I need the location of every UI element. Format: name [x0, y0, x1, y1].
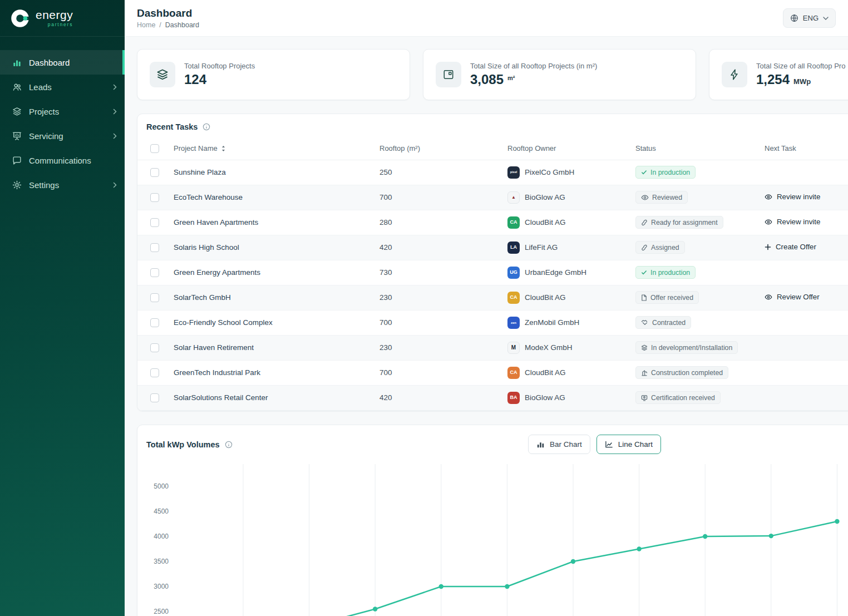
table-row: Green Energy Apartments730UGUrbanEdge Gm… — [137, 260, 848, 285]
rooftop-size: 230 — [371, 285, 499, 310]
language-selector[interactable]: ENG — [783, 8, 836, 28]
select-all-checkbox[interactable] — [150, 144, 159, 153]
owner-name: BioGlow AG — [525, 393, 565, 402]
owner-avatar: UG — [507, 267, 520, 279]
column-next-task: Next Task — [756, 137, 848, 160]
project-name: EcoTech Warehouse — [165, 185, 371, 210]
sort-icon — [221, 145, 226, 152]
owner-avatar: CA — [507, 367, 520, 379]
row-checkbox[interactable] — [150, 293, 159, 302]
dashboard-icon — [12, 58, 22, 67]
rooftop-size: 700 — [371, 185, 499, 210]
column-project-name[interactable]: Project Name — [165, 137, 371, 160]
layers-icon — [150, 62, 175, 87]
next-task-action[interactable]: Review invite — [765, 193, 820, 201]
doc-icon — [641, 294, 647, 301]
owner-name: BioGlow AG — [525, 193, 565, 201]
breadcrumb-current: Dashboard — [165, 21, 199, 29]
row-checkbox[interactable] — [150, 368, 159, 377]
rooftop-size: 280 — [371, 210, 499, 235]
bolt-icon — [722, 62, 747, 87]
svg-text:3500: 3500 — [154, 558, 169, 565]
owner-avatar: M — [507, 342, 520, 354]
next-task-action[interactable]: Review invite — [765, 218, 820, 226]
info-icon[interactable] — [225, 441, 233, 449]
status-badge: In production — [635, 166, 696, 179]
eye-icon — [641, 194, 649, 201]
chevron-down-icon — [823, 17, 829, 20]
svg-text:4500: 4500 — [154, 507, 169, 515]
owner-avatar: CA — [507, 292, 520, 304]
line-chart-button[interactable]: Line Chart — [596, 435, 661, 454]
project-name: Eco-Friendly School Complex — [165, 310, 371, 335]
sidebar-item-label: Dashboard — [29, 58, 70, 67]
sidebar-item-label: Servicing — [29, 131, 63, 141]
handshake-icon — [641, 319, 649, 326]
next-task-action[interactable]: Review Offer — [765, 293, 820, 301]
rooftop-owner: zenZenMobil GmbH — [507, 317, 627, 329]
sidebar-item-label: Leads — [29, 82, 52, 92]
sidebar-item-projects[interactable]: Projects — [0, 99, 125, 124]
project-name: SolarSolutions Retail Center — [165, 385, 371, 410]
row-checkbox[interactable] — [150, 318, 159, 327]
brand-logo[interactable]: energy partners — [0, 0, 125, 37]
breadcrumb-home[interactable]: Home — [137, 21, 155, 29]
table-row: Sunshine Plaza250pixelPixelCo GmbHIn pro… — [137, 160, 848, 185]
sidebar-item-communications[interactable]: Communications — [0, 148, 125, 173]
next-task-action[interactable]: Create Offer — [765, 243, 816, 251]
table-row: Eco-Friendly School Complex700zenZenMobi… — [137, 310, 848, 335]
chevron-right-icon — [113, 109, 117, 115]
frame-icon — [436, 62, 461, 87]
row-checkbox[interactable] — [150, 268, 159, 277]
sidebar-item-settings[interactable]: Settings — [0, 173, 125, 197]
rooftop-size: 700 — [371, 360, 499, 385]
rooftop-size: 730 — [371, 260, 499, 285]
row-checkbox[interactable] — [150, 168, 159, 177]
link-icon — [641, 219, 648, 226]
status-badge: In production — [635, 266, 696, 279]
sidebar-item-servicing[interactable]: Servicing — [0, 124, 125, 148]
energy-partners-logo-icon — [10, 8, 30, 28]
rooftop-owner: UGUrbanEdge GmbH — [507, 267, 627, 279]
brand-name: energy — [36, 9, 73, 21]
line-chart-icon — [605, 440, 613, 449]
bar-chart-button[interactable]: Bar Chart — [528, 435, 590, 454]
svg-text:4000: 4000 — [154, 533, 169, 540]
kwp-volumes-title: Total kWp Volumes — [146, 440, 220, 449]
owner-avatar: ▲ — [507, 191, 520, 204]
project-name: Sunshine Plaza — [165, 160, 371, 185]
stat-card-total-projects: Total Rooftop Projects 124 — [137, 49, 410, 100]
owner-name: CloudBit AG — [525, 368, 566, 377]
status-badge: Certification received — [635, 391, 721, 404]
owner-name: ZenMobil GmbH — [525, 318, 579, 327]
table-row: Solaris High School420LALifeFit AGAssign… — [137, 235, 848, 260]
row-checkbox[interactable] — [150, 193, 159, 202]
owner-name: PixelCo GmbH — [525, 168, 574, 176]
table-row: SolarSolutions Retail Center420BABioGlow… — [137, 385, 848, 410]
row-checkbox[interactable] — [150, 343, 159, 352]
rooftop-owner: MModeX GmbH — [507, 342, 627, 354]
row-checkbox[interactable] — [150, 393, 159, 402]
row-checkbox[interactable] — [150, 218, 159, 227]
sidebar-item-leads[interactable]: Leads — [0, 75, 125, 99]
tasks-table-body: Sunshine Plaza250pixelPixelCo GmbHIn pro… — [137, 160, 848, 410]
rooftop-size: 230 — [371, 335, 499, 360]
globe-icon — [790, 14, 798, 22]
sidebar-nav: Dashboard Leads Projects — [0, 37, 125, 197]
presentation-icon — [12, 131, 22, 141]
chat-icon — [12, 156, 22, 165]
status-badge: In development/Installation — [635, 341, 738, 354]
bar-chart-icon — [536, 440, 545, 449]
rooftop-size: 700 — [371, 310, 499, 335]
row-checkbox[interactable] — [150, 243, 159, 252]
owner-name: UrbanEdge GmbH — [525, 268, 586, 277]
table-row: EcoTech Warehouse700▲BioGlow AGReviewedR… — [137, 185, 848, 210]
info-icon[interactable] — [203, 123, 210, 131]
link-icon — [641, 244, 648, 251]
sidebar-item-label: Projects — [29, 107, 59, 116]
rooftop-size: 420 — [371, 235, 499, 260]
eye-icon — [765, 219, 772, 225]
breadcrumb: Home / Dashboard — [137, 21, 199, 29]
stat-card-total-size-m2: Total Size of all Rooftop Projects (in m… — [423, 49, 696, 100]
sidebar-item-dashboard[interactable]: Dashboard — [0, 50, 125, 75]
